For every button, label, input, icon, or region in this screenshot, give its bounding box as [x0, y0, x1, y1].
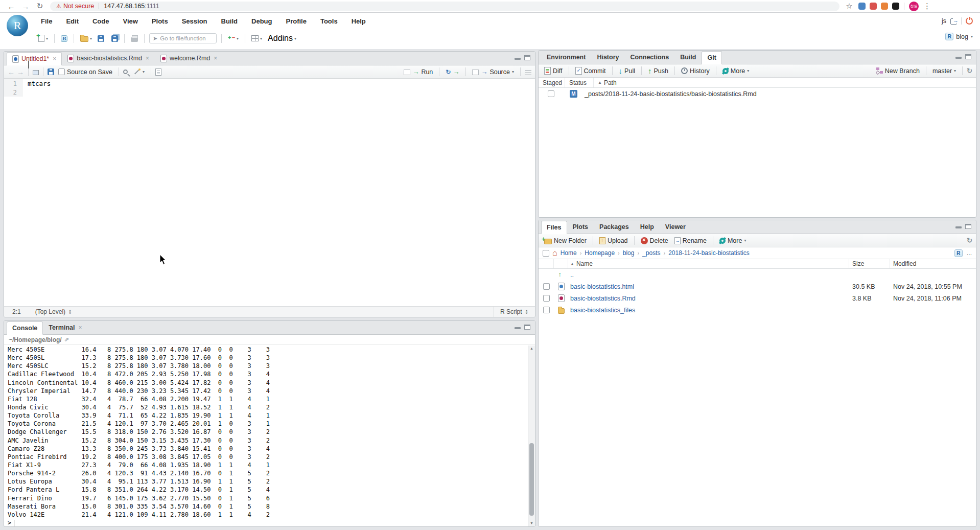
breadcrumb-link[interactable]: Homepage — [585, 249, 615, 257]
browser-menu-icon[interactable]: ⋮ — [923, 2, 930, 11]
run-button[interactable]: →Run — [402, 67, 435, 77]
maximize-pane-button[interactable] — [524, 325, 530, 330]
minimize-pane-button[interactable] — [955, 54, 962, 59]
select-all-checkbox[interactable] — [543, 250, 549, 257]
extension-icon[interactable] — [870, 3, 877, 10]
browser-reload-button[interactable]: ↻ — [33, 2, 47, 11]
print-button[interactable] — [129, 34, 139, 43]
column-header-size[interactable]: Size — [849, 259, 890, 268]
branch-selector[interactable]: master▾ — [930, 66, 958, 76]
project-selector[interactable]: blog ▾ — [945, 33, 973, 40]
extension-icon[interactable] — [892, 3, 899, 10]
editor-tab[interactable]: basic-biostatistics.Rmd × — [62, 52, 155, 65]
new-project-button[interactable] — [59, 34, 69, 43]
table-row[interactable]: M _posts/2018-11-24-basic-biostatistics/… — [539, 88, 976, 100]
more-button[interactable]: More▾ — [717, 236, 749, 245]
console-scrollbar[interactable]: ▲ ▼ — [528, 345, 535, 526]
commit-button[interactable]: Commit — [573, 66, 608, 76]
pane-tab[interactable]: Connections — [624, 51, 674, 64]
maximize-pane-button[interactable] — [965, 224, 971, 229]
minimize-pane-button[interactable] — [515, 325, 521, 330]
column-header-path[interactable]: ▲Path — [594, 78, 976, 87]
pane-tab[interactable]: Help — [635, 220, 660, 234]
browser-forward-button[interactable]: → — [18, 2, 33, 11]
scope-selector[interactable]: (Top Level) ⇕ — [35, 308, 73, 315]
new-branch-button[interactable]: New Branch — [874, 66, 922, 76]
browser-profile-avatar[interactable]: 찬실 — [909, 2, 919, 11]
close-icon[interactable]: × — [78, 324, 82, 331]
editor-tab[interactable]: welcome.Rmd × — [155, 52, 223, 65]
extension-icon[interactable] — [881, 3, 888, 10]
scroll-up-arrow[interactable]: ▲ — [528, 345, 535, 352]
menu-item[interactable]: File — [41, 17, 52, 25]
breadcrumb-link[interactable]: 2018-11-24-basic-biostatistics — [668, 249, 750, 257]
staged-checkbox[interactable] — [548, 90, 554, 97]
console-prompt[interactable]: > — [8, 519, 528, 526]
history-button[interactable]: History — [679, 66, 712, 76]
breadcrumb-link[interactable]: _posts — [642, 249, 660, 257]
save-button[interactable] — [96, 34, 106, 43]
menu-item[interactable]: Help — [352, 17, 366, 25]
addins-button[interactable]: Addins▾ — [266, 33, 298, 44]
sign-out-icon[interactable] — [950, 18, 957, 25]
scroll-down-arrow[interactable]: ▼ — [528, 520, 535, 526]
menu-item[interactable]: Plots — [152, 17, 168, 25]
refresh-icon[interactable]: ↻ — [967, 67, 972, 75]
browser-back-button[interactable]: ← — [4, 2, 18, 11]
new-file-button[interactable]: ▾ — [37, 34, 50, 43]
bookmark-star-icon[interactable]: ☆ — [845, 2, 854, 11]
menu-item[interactable]: Profile — [286, 17, 306, 25]
console-tab[interactable]: Terminal × — [43, 321, 87, 334]
save-all-button[interactable] — [108, 34, 120, 43]
push-button[interactable]: Push — [646, 65, 670, 76]
compile-report-icon[interactable] — [155, 68, 161, 76]
file-link[interactable]: .. — [568, 271, 849, 279]
nav-forward-icon[interactable]: → — [17, 68, 24, 76]
pane-tab[interactable]: History — [591, 51, 624, 64]
workspace-panes-button[interactable]: ▾ — [250, 34, 264, 42]
jump-to-directory-icon[interactable]: ⇗ — [64, 336, 69, 343]
menu-item[interactable]: Code — [92, 17, 109, 25]
quit-session-icon[interactable] — [966, 17, 973, 25]
column-header-name[interactable]: ▲Name — [568, 259, 849, 268]
menu-item[interactable]: Debug — [251, 17, 272, 25]
menu-item[interactable]: View — [123, 17, 137, 25]
breadcrumb-link[interactable]: blog — [623, 249, 635, 257]
source-on-save-toggle[interactable]: Source on Save — [56, 67, 114, 77]
extension-icon[interactable] — [858, 3, 866, 10]
menu-item[interactable]: Build — [221, 17, 238, 25]
file-checkbox[interactable] — [543, 295, 550, 302]
file-type-selector[interactable]: R Script ⇕ — [494, 307, 535, 317]
nav-back-icon[interactable]: ← — [8, 68, 15, 76]
pane-tab[interactable]: Files — [541, 221, 567, 234]
pane-tab[interactable]: Environment — [541, 51, 591, 64]
save-icon[interactable] — [48, 68, 54, 75]
minimize-pane-button[interactable] — [515, 55, 521, 60]
breadcrumb-link[interactable]: Home — [561, 249, 577, 257]
pane-tab[interactable]: Packages — [594, 220, 635, 234]
scrollbar-thumb[interactable] — [529, 443, 534, 516]
more-columns-button[interactable]: ... — [967, 249, 972, 257]
maximize-pane-button[interactable] — [965, 54, 971, 59]
pane-tab[interactable]: Viewer — [660, 220, 691, 234]
goto-file-function-input[interactable] — [160, 35, 211, 41]
home-icon[interactable]: ⌂ — [552, 249, 557, 257]
open-file-button[interactable]: ▾ — [79, 34, 94, 43]
code-tools-button[interactable]: ▾ — [131, 67, 147, 76]
rerun-button[interactable]: ↻→ — [444, 67, 461, 77]
version-control-button[interactable]: ▾ — [226, 34, 240, 43]
refresh-icon[interactable]: ↻ — [967, 237, 972, 244]
pull-button[interactable]: Pull — [617, 65, 637, 76]
goto-file-function-box[interactable]: ➤ — [149, 33, 217, 43]
source-on-save-checkbox[interactable] — [58, 68, 65, 75]
security-label[interactable]: Not secure — [63, 3, 94, 10]
source-button[interactable]: →Source▾ — [470, 67, 516, 77]
file-checkbox[interactable] — [543, 283, 550, 290]
minimize-pane-button[interactable] — [955, 224, 962, 229]
find-replace-icon[interactable] — [123, 70, 128, 74]
column-header-status[interactable]: Status — [565, 78, 594, 87]
more-button[interactable]: More▾ — [720, 66, 752, 76]
console-tab[interactable]: Console — [7, 321, 43, 335]
code-editor[interactable]: 1 mtcars 2 — [4, 79, 535, 306]
pane-tab[interactable]: Git — [702, 51, 721, 64]
